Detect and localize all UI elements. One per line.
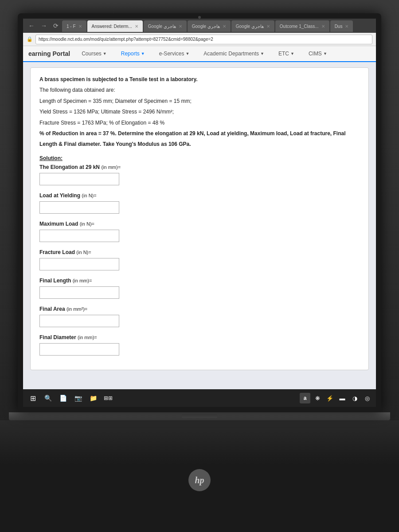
final-area-input[interactable] — [39, 315, 119, 327]
laptop-bottom: hp — [0, 420, 399, 531]
question-box: A brass specimen is subjected to a Tensi… — [30, 67, 369, 370]
question-data-header: The following data obtained are: — [39, 86, 360, 94]
field-label-final-diameter: Final Diameter (in mm)= — [39, 334, 360, 340]
tab-6[interactable]: Outcome 1_Class... ✕ — [275, 20, 329, 32]
etc-dropdown-icon: ▼ — [290, 51, 294, 56]
nav-item-etc[interactable]: ETC ▼ — [276, 49, 297, 59]
tab-4-label: Google هاجري — [192, 24, 220, 29]
tab-2[interactable]: Answered: Determ... ✕ — [87, 20, 143, 32]
windows-icon[interactable]: ⊞ — [27, 392, 39, 404]
field-label-yielding: Load at Yielding (in N)= — [39, 192, 360, 199]
eservices-dropdown-icon: ▼ — [185, 51, 189, 56]
tab-7[interactable]: Dus ✕ — [330, 20, 353, 32]
tab-1-close[interactable]: ✕ — [78, 24, 82, 29]
nav-etc-label: ETC — [278, 51, 289, 57]
tab-7-close[interactable]: ✕ — [345, 24, 348, 29]
hp-logo: hp — [188, 469, 211, 491]
laptop-base — [9, 412, 390, 420]
question-data-line-1: Yield Stress = 1326 MPa; Ultimate Stress… — [39, 107, 360, 116]
nav-brand: earning Portal — [28, 50, 70, 57]
question-data-line-3: % of Reduction in area = 37 %. Determine… — [39, 130, 345, 137]
nav-menu: earning Portal Courses ▼ Reports ▼ e-Ser… — [23, 46, 376, 62]
final-diameter-input[interactable] — [39, 343, 119, 356]
forward-button[interactable]: → — [39, 21, 49, 30]
screen-bezel: ← → ⟳ 1 - F ✕ Answered: Determ... ✕ — [18, 13, 381, 412]
field-group-final-diameter: Final Diameter (in mm)= — [39, 334, 360, 356]
vpn-tray-icon[interactable]: ▬ — [337, 393, 348, 403]
edge-tray-icon[interactable]: ◑ — [349, 393, 360, 403]
instagram-tray-icon[interactable]: ◎ — [362, 393, 372, 403]
question-data-line-0: Length of Specimen = 335 mm; Diameter of… — [39, 97, 360, 106]
field-label-fracture-load: Fracture Load (in N)= — [39, 249, 360, 255]
field-group-final-area: Final Area (in mm²)= — [39, 306, 360, 327]
field-group-fracture-load: Fracture Load (in N)= — [39, 249, 360, 270]
refresh-button[interactable]: ⟳ — [51, 21, 60, 30]
back-button[interactable]: ← — [27, 21, 36, 30]
address-bar-row: 🔒 https://moodle.nct.edu.om/mod/quiz/att… — [23, 33, 376, 46]
tab-6-label: Outcome 1_Class... — [280, 24, 319, 29]
reports-dropdown-icon: ▼ — [141, 51, 145, 56]
tab-1-label: 1 - F — [66, 24, 76, 29]
nav-item-eservices[interactable]: e-Services ▼ — [156, 49, 192, 59]
settings-tray-icon[interactable]: ❋ — [312, 393, 323, 403]
load-yielding-input[interactable] — [39, 201, 119, 214]
tab-2-label: Answered: Determ... — [92, 24, 132, 29]
tab-7-label: Dus — [335, 24, 343, 29]
tabs-row: 1 - F ✕ Answered: Determ... ✕ Google هاج… — [62, 20, 372, 32]
lock-icon: 🔒 — [27, 36, 33, 42]
tab-5-close[interactable]: ✕ — [266, 24, 270, 29]
academic-dropdown-icon: ▼ — [260, 51, 264, 56]
field-group-elongation: The Elongation at 29 kN (in mm)= — [39, 164, 360, 185]
nav-item-courses[interactable]: Courses ▼ — [79, 49, 110, 59]
nav-reports-label: Reports — [121, 51, 140, 57]
nav-item-cims[interactable]: CIMS ▼ — [306, 49, 330, 59]
tab-6-close[interactable]: ✕ — [321, 24, 325, 29]
laptop-frame: ← → ⟳ 1 - F ✕ Answered: Determ... ✕ — [0, 0, 399, 532]
question-data-line-4: Length & Final diameter. Take Young's Mo… — [39, 141, 191, 147]
field-label-max-load: Maximum Load (in N)= — [39, 221, 360, 227]
fracture-load-input[interactable] — [39, 258, 119, 270]
nav-courses-label: Courses — [82, 51, 102, 57]
tab-5-label: Google هاجري — [236, 24, 264, 29]
nav-item-reports[interactable]: Reports ▼ — [118, 49, 148, 59]
browser-bar: ← → ⟳ 1 - F ✕ Answered: Determ... ✕ — [23, 19, 376, 33]
tab-3-close[interactable]: ✕ — [179, 24, 182, 29]
elongation-input[interactable] — [39, 173, 119, 185]
field-group-final-length: Final Length (in mm)= — [39, 278, 360, 299]
folder-taskbar-icon[interactable]: 📁 — [87, 392, 99, 404]
camera-dot — [198, 16, 201, 19]
nav-cims-label: CIMS — [309, 51, 322, 57]
search-taskbar-icon[interactable]: 🔍 — [42, 392, 54, 404]
tab-1[interactable]: 1 - F ✕ — [62, 20, 86, 32]
grid-taskbar-icon[interactable]: ⊞⊞ — [102, 392, 114, 404]
tab-4[interactable]: Google هاجري ✕ — [188, 20, 231, 32]
question-data-line-2: Fracture Stress = 1763 MPa; % of Elongat… — [39, 118, 360, 127]
courses-dropdown-icon: ▼ — [103, 51, 107, 56]
final-length-input[interactable] — [39, 286, 119, 299]
solution-label: Solution: — [39, 155, 360, 161]
trackpad-notch — [182, 415, 217, 418]
field-group-yielding: Load at Yielding (in N)= — [39, 192, 360, 214]
max-load-input[interactable] — [39, 230, 119, 242]
lightning-tray-icon[interactable]: ⚡ — [325, 393, 335, 403]
hp-logo-area: hp — [188, 469, 211, 491]
nav-eservices-label: e-Services — [159, 51, 184, 57]
tray-icons: a ❋ ⚡ ▬ ◑ ◎ — [300, 393, 372, 403]
file-taskbar-icon[interactable]: 📄 — [57, 392, 69, 404]
field-label-elongation: The Elongation at 29 kN (in mm)= — [39, 164, 360, 170]
address-bar[interactable]: https://moodle.nct.edu.om/mod/quiz/attem… — [35, 35, 372, 44]
letter-a-tray-icon[interactable]: a — [300, 393, 310, 403]
field-label-final-area: Final Area (in mm²)= — [39, 306, 360, 312]
nav-academic-label: Academic Departments — [203, 51, 259, 57]
screen-wrapper: ← → ⟳ 1 - F ✕ Answered: Determ... ✕ — [18, 13, 381, 412]
tab-4-close[interactable]: ✕ — [223, 24, 226, 29]
field-label-final-length: Final Length (in mm)= — [39, 278, 360, 284]
tab-3[interactable]: Google هاجري ✕ — [144, 20, 187, 32]
question-intro: A brass specimen is subjected to a Tensi… — [39, 76, 198, 82]
field-group-max-load: Maximum Load (in N)= — [39, 221, 360, 242]
camera-taskbar-icon[interactable]: 📷 — [72, 392, 84, 404]
question-text: A brass specimen is subjected to a Tensi… — [39, 75, 360, 149]
tab-2-close[interactable]: ✕ — [135, 24, 138, 29]
tab-5[interactable]: Google هاجري ✕ — [231, 20, 274, 32]
nav-item-academic[interactable]: Academic Departments ▼ — [201, 49, 267, 59]
